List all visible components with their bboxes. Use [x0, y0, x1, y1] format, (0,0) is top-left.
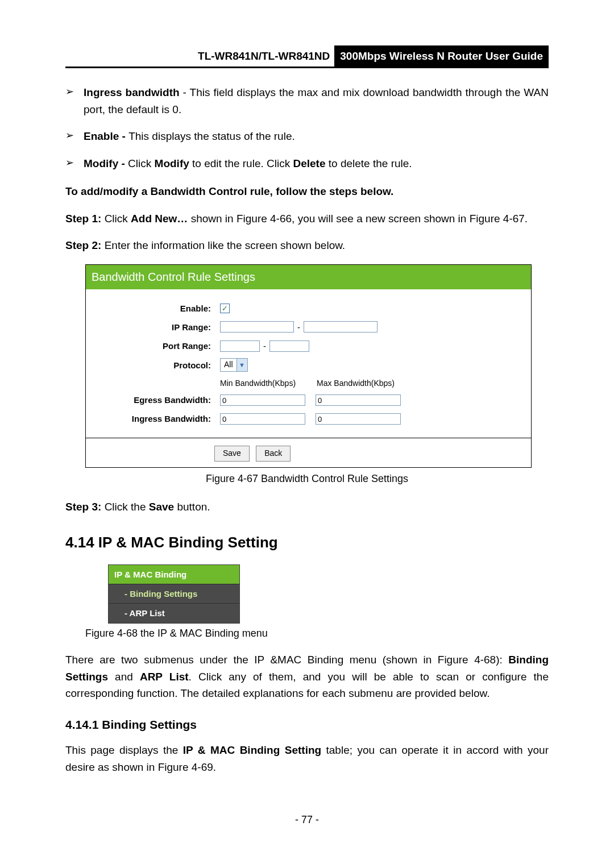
section-4-14-1-heading: 4.14.1 Binding Settings: [65, 716, 549, 734]
p414-b2: ARP List: [140, 671, 189, 683]
step3-t1: Click the: [101, 501, 148, 513]
iprange-dash: -: [297, 321, 300, 334]
p414-t2: and: [108, 671, 140, 683]
step1-label: Step 1:: [65, 213, 101, 225]
step2-label: Step 2:: [65, 239, 101, 251]
step-3: Step 3: Click the Save button.: [65, 499, 549, 515]
add-modify-intro: To add/modify a Bandwidth Control rule, …: [65, 183, 549, 200]
figure-4-68-caption: Figure 4-68 the IP & MAC Binding menu: [85, 626, 549, 642]
menu-header[interactable]: IP & MAC Binding: [109, 565, 239, 584]
enable-checkbox[interactable]: ✓: [220, 304, 230, 313]
bullet-enable-text: This displays the status of the rule.: [128, 130, 295, 142]
panel-footer: Save Back: [86, 438, 531, 467]
bullet-modify-t2: to edit the rule. Click: [189, 157, 293, 169]
protocol-value: All: [221, 359, 237, 371]
step-2: Step 2: Enter the information like the s…: [65, 237, 549, 254]
portrange-end-input[interactable]: [269, 340, 309, 352]
label-enable: Enable:: [92, 302, 220, 315]
bullet-enable-label: Enable -: [84, 130, 128, 142]
section-4-14-heading: 4.14 IP & MAC Binding Setting: [65, 531, 549, 554]
section-4-14-text: There are two submenus under the IP &MAC…: [65, 651, 549, 701]
p4141-b1: IP & MAC Binding Setting: [183, 744, 321, 756]
bullet-modify-b2: Delete: [293, 157, 325, 169]
chevron-down-icon: ▼: [237, 359, 247, 371]
label-iprange: IP Range:: [92, 321, 220, 334]
col-min: Min Bandwidth(Kbps): [220, 377, 317, 390]
col-max: Max Bandwidth(Kbps): [317, 377, 413, 390]
bullet-modify-t3: to delete the rule.: [326, 157, 412, 169]
header-title: 300Mbps Wireless N Router User Guide: [334, 45, 549, 67]
step2-text: Enter the information like the screen sh…: [101, 239, 345, 251]
p414-t1: There are two submenus under the IP &MAC…: [65, 654, 508, 666]
ingress-max-input[interactable]: 0: [316, 413, 401, 425]
header-model: TL-WR841N/TL-WR841ND: [65, 45, 334, 67]
label-ingress: Ingress Bandwidth:: [92, 412, 220, 425]
page-header: TL-WR841N/TL-WR841ND 300Mbps Wireless N …: [65, 45, 549, 68]
step3-label: Step 3:: [65, 501, 101, 513]
p4141-t1: This page displays the: [65, 744, 183, 756]
menu-item-binding-settings[interactable]: - Binding Settings: [109, 584, 239, 603]
bullet-modify-t1: Click: [128, 157, 154, 169]
step1-b1: Add New…: [131, 213, 188, 225]
label-protocol: Protocol:: [92, 359, 220, 372]
row-ingress: Ingress Bandwidth: 0 0: [92, 412, 525, 425]
row-protocol: Protocol: All ▼: [92, 358, 525, 372]
row-egress: Egress Bandwidth: 0 0: [92, 393, 525, 406]
egress-min-input[interactable]: 0: [220, 394, 305, 406]
page-number: - 77 -: [0, 812, 614, 828]
iprange-start-input[interactable]: [220, 321, 294, 333]
row-portrange: Port Range: -: [92, 339, 525, 352]
row-enable: Enable: ✓: [92, 302, 525, 315]
iprange-end-input[interactable]: [304, 321, 377, 333]
step1-t2: shown in Figure 4-66, you will see a new…: [188, 213, 528, 225]
bandwidth-column-headers: Min Bandwidth(Kbps) Max Bandwidth(Kbps): [92, 377, 525, 390]
bullet-modify-label: Modify -: [84, 157, 128, 169]
row-iprange: IP Range: -: [92, 321, 525, 334]
step-1: Step 1: Click Add New… shown in Figure 4…: [65, 210, 549, 227]
label-portrange: Port Range:: [92, 339, 220, 352]
step3-b1: Save: [149, 501, 174, 513]
back-button[interactable]: Back: [256, 446, 291, 462]
section-4-14-1-text: This page displays the IP & MAC Binding …: [65, 742, 549, 775]
bandwidth-rule-panel: Bandwidth Control Rule Settings Enable: …: [85, 264, 532, 468]
protocol-select[interactable]: All ▼: [220, 358, 248, 372]
save-button[interactable]: Save: [214, 446, 250, 462]
panel-title: Bandwidth Control Rule Settings: [86, 265, 531, 289]
bullet-modify-b1: Modify: [155, 157, 189, 169]
bullet-enable: Enable - This displays the status of the…: [65, 128, 549, 144]
ip-mac-binding-menu: IP & MAC Binding - Binding Settings - AR…: [108, 564, 240, 624]
figure-4-67-caption: Figure 4-67 Bandwidth Control Rule Setti…: [65, 471, 549, 487]
portrange-start-input[interactable]: [220, 340, 260, 352]
ingress-min-input[interactable]: 0: [220, 413, 305, 425]
bullet-ingress-label: Ingress bandwidth: [84, 86, 180, 98]
bullet-ingress: Ingress bandwidth - This field displays …: [65, 84, 549, 118]
egress-max-input[interactable]: 0: [316, 394, 401, 406]
menu-item-arp-list[interactable]: - ARP List: [109, 603, 239, 622]
feature-bullets: Ingress bandwidth - This field displays …: [65, 84, 549, 172]
step3-t2: button.: [174, 501, 210, 513]
label-egress: Egress Bandwidth:: [92, 393, 220, 406]
bullet-modify: Modify - Click Modify to edit the rule. …: [65, 155, 549, 172]
step1-t1: Click: [101, 213, 131, 225]
panel-body: Enable: ✓ IP Range: - Port Range: - Prot…: [86, 289, 531, 438]
portrange-dash: -: [263, 339, 266, 352]
